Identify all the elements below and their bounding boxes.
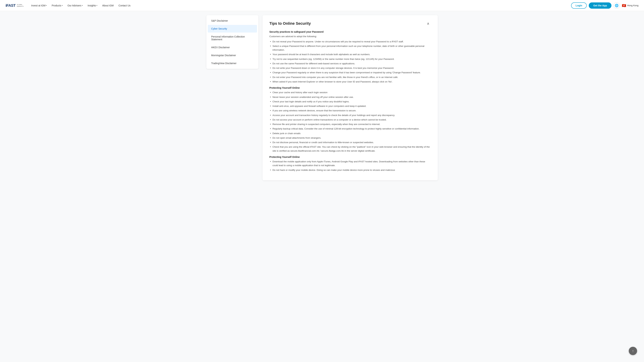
list-item: If you are using wireless network device… — [270, 109, 431, 113]
collapse-button[interactable]: ∧ — [426, 21, 431, 26]
header: iFAST GLOBALMARKETS Invest at iGM ▾ Prod… — [0, 0, 644, 11]
list-item: Do not write your Password down or store… — [270, 66, 431, 70]
list-item: Try not to use sequential numbers (eg. 1… — [270, 57, 431, 61]
logo-global: GLOBALMARKETS — [17, 4, 24, 7]
sidebar-item-cyber-security[interactable]: Cyber Security — [208, 25, 257, 32]
nav-item-about[interactable]: About iGM — [100, 3, 116, 8]
header-left: iFAST GLOBALMARKETS Invest at iGM ▾ Prod… — [6, 3, 133, 8]
nav-item-contact[interactable]: Contact Us — [116, 3, 132, 8]
main-content: Tips to Online Security ∧ Security pract… — [262, 15, 438, 180]
list-item: Select a unique Password that is differe… — [270, 44, 431, 52]
list-item: Do not access your account or perform on… — [270, 118, 431, 122]
nav-item-invest[interactable]: Invest at iGM ▾ — [29, 3, 49, 8]
list-item: Do not reveal your Password to anyone. U… — [270, 40, 431, 43]
page-layout: S&P Disclaimer Cyber Security Personal I… — [201, 11, 443, 184]
page-title: Tips to Online Security — [270, 21, 311, 26]
list-item: Access your account and transaction hist… — [270, 113, 431, 117]
region-label: Hong Kong — [627, 4, 638, 7]
list-item: When asked if you want Internet Explorer… — [270, 80, 431, 84]
list-item: Download the mobile application only fro… — [270, 160, 431, 168]
logo[interactable]: iFAST GLOBALMARKETS — [6, 3, 24, 8]
list-item: Do not disclose personal, financial or c… — [270, 141, 431, 144]
nav-item-advisers[interactable]: Our Advisers ▾ — [66, 3, 85, 8]
list-item: Do not enter your Password into computer… — [270, 75, 431, 79]
list-item: Change your Password regularly or when t… — [270, 71, 431, 74]
sidebar-item-morningstar[interactable]: Morningstar Disclaimer — [208, 51, 257, 59]
list-item: Remove file and printer sharing in suspe… — [270, 122, 431, 126]
password-bullets-list: Do not reveal your Password to anyone. U… — [270, 40, 431, 84]
list-item: Do not open email attachments from stran… — [270, 136, 431, 140]
sidebar-item-hkex[interactable]: HKEX Disclaimer — [208, 43, 257, 51]
nav-item-products[interactable]: Products ▾ — [50, 3, 64, 8]
list-item: Check that you are using the official iF… — [270, 145, 431, 153]
list-item: Clear your cache and history after each … — [270, 91, 431, 94]
sidebar-item-tradingview[interactable]: TradingView Disclaimer — [208, 59, 257, 67]
logo-ifast: iFAST — [6, 3, 16, 8]
flag-icon: 🇭🇰 — [622, 3, 626, 7]
list-item: Do not use the same Password for differe… — [270, 62, 431, 65]
protecting-bullets-2-list: Download the mobile application only fro… — [270, 160, 431, 172]
customers-advised-text: Customers are adviced to adopt the follo… — [270, 34, 431, 38]
security-subtitle: Security practices to safeguard your Pas… — [270, 30, 431, 33]
region-selector[interactable]: 🇭🇰 Hong Kong — [622, 3, 638, 7]
chevron-down-icon: ▾ — [46, 4, 47, 6]
getapp-button[interactable]: Get the App — [589, 2, 612, 9]
chevron-down-icon: ▾ — [96, 4, 97, 6]
protecting-title-1: Protecting Yourself Online — [270, 86, 431, 89]
list-item: Delete junk or chain emails — [270, 132, 431, 135]
nav-item-insights[interactable]: Insights ▾ — [86, 3, 100, 8]
list-item: Check your last login details and notify… — [270, 100, 431, 104]
list-item: Regularly backup critical data. Consider… — [270, 127, 431, 131]
list-item: Do not hack or modify your mobile device… — [270, 168, 431, 172]
section-header: Tips to Online Security ∧ — [270, 21, 431, 26]
header-right: Login Get the App 🌐 🇭🇰 Hong Kong — [571, 2, 638, 9]
protecting-title-2: Protecting Yourself Online — [270, 156, 431, 158]
protecting-bullets-1-list: Clear your cache and history after each … — [270, 91, 431, 153]
sidebar-item-sp-disclaimer[interactable]: S&P Disclaimer — [208, 17, 257, 24]
sidebar: S&P Disclaimer Cyber Security Personal I… — [206, 15, 258, 180]
login-button[interactable]: Login — [571, 2, 587, 9]
main-nav: Invest at iGM ▾ Products ▾ Our Advisers … — [29, 3, 133, 8]
list-item: Never leave your session unattended and … — [270, 95, 431, 99]
sidebar-card: S&P Disclaimer Cyber Security Personal I… — [206, 15, 258, 69]
language-globe-button[interactable]: 🌐 — [614, 2, 620, 9]
chevron-down-icon: ▾ — [82, 4, 83, 6]
sidebar-item-personal-info[interactable]: Personal Information Collection Statemen… — [208, 33, 257, 43]
list-item: Your password should be at least 8 chara… — [270, 53, 431, 56]
chevron-down-icon: ▾ — [62, 4, 63, 6]
list-item: Install anti-virus, anti-spyware and fir… — [270, 104, 431, 108]
